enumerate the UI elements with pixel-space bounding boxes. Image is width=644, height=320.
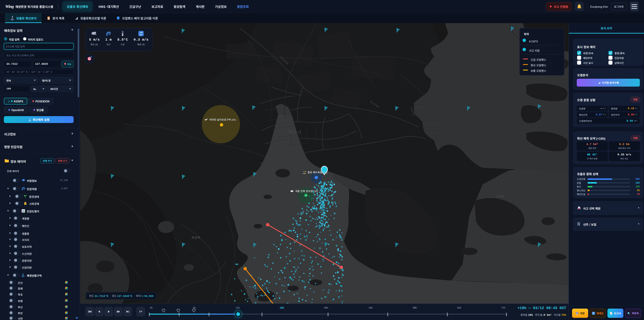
svg-text:우두리: 우두리 — [496, 194, 504, 198]
svg-text:$: $ — [25, 203, 26, 205]
svg-text:화양면: 화양면 — [192, 235, 200, 239]
svg-text:여수시: 여수시 — [288, 129, 302, 135]
